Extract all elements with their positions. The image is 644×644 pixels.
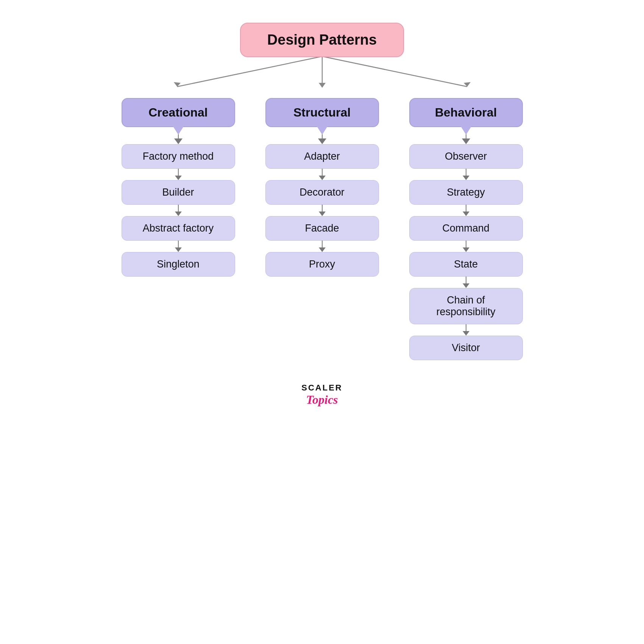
category-structural: Structural xyxy=(265,98,379,127)
child-facade: Facade xyxy=(265,216,379,241)
connector xyxy=(409,324,523,336)
category-behavioral: Behavioral xyxy=(409,98,523,127)
svg-marker-3 xyxy=(319,83,326,88)
child-state: State xyxy=(409,252,523,277)
v-line xyxy=(466,277,466,283)
v-line xyxy=(178,169,179,176)
root-label: Design Patterns xyxy=(267,32,377,48)
arrow-tri xyxy=(319,176,326,180)
child-proxy: Proxy xyxy=(265,252,379,277)
child-strategy: Strategy xyxy=(409,180,523,205)
arrow-tri xyxy=(175,212,182,216)
connector xyxy=(409,169,523,180)
child-abstract-factory: Abstract factory xyxy=(122,216,235,241)
connector xyxy=(122,169,235,180)
category-creational: Creational xyxy=(122,98,235,127)
arrow-tri xyxy=(463,283,469,288)
columns-container: Creational Factory method Builder Abstra… xyxy=(122,98,523,360)
diagram-container: Design Patterns Creational Fa xyxy=(0,0,644,407)
arrow-tri xyxy=(463,176,469,180)
v-line xyxy=(466,324,466,331)
connector xyxy=(122,241,235,252)
connector xyxy=(409,277,523,288)
child-singleton: Singleton xyxy=(122,252,235,277)
connector xyxy=(409,241,523,252)
watermark-scaler: SCALER xyxy=(301,383,342,393)
root-to-columns-lines xyxy=(114,56,530,98)
v-line xyxy=(322,169,323,176)
connector xyxy=(122,205,235,216)
v-line xyxy=(466,205,466,212)
child-decorator: Decorator xyxy=(265,180,379,205)
arrow-tri xyxy=(174,138,182,144)
watermark-topics: Topics xyxy=(306,393,338,407)
arrow-tri xyxy=(462,138,470,144)
arrow-tri xyxy=(319,212,326,216)
v-line xyxy=(178,205,179,212)
connector xyxy=(265,205,379,216)
arrow-tri xyxy=(175,247,182,252)
arrow-tri xyxy=(463,247,469,252)
child-observer: Observer xyxy=(409,144,523,169)
child-visitor: Visitor xyxy=(409,336,523,360)
connector xyxy=(265,241,379,252)
svg-line-0 xyxy=(177,56,322,87)
child-adapter: Adapter xyxy=(265,144,379,169)
root-node: Design Patterns xyxy=(240,23,404,57)
connector xyxy=(265,169,379,180)
v-line xyxy=(322,241,323,247)
v-line xyxy=(322,205,323,212)
watermark: SCALER Topics xyxy=(301,383,342,407)
arrow-tri xyxy=(463,212,469,216)
child-chain-of-responsibility: Chain of responsibility xyxy=(409,288,523,324)
arrow-tri xyxy=(175,176,182,180)
child-factory-method: Factory method xyxy=(122,144,235,169)
v-line xyxy=(466,169,466,176)
v-line xyxy=(466,241,466,247)
arrow-tri xyxy=(319,247,326,252)
column-structural: Structural Adapter Decorator Facade Prox… xyxy=(265,98,379,277)
column-behavioral: Behavioral Observer Strategy Command Sta… xyxy=(409,98,523,360)
arrow-tri xyxy=(318,138,326,144)
svg-line-4 xyxy=(322,56,467,87)
child-builder: Builder xyxy=(122,180,235,205)
column-creational: Creational Factory method Builder Abstra… xyxy=(122,98,235,277)
child-command: Command xyxy=(409,216,523,241)
arrow-tri xyxy=(463,331,469,336)
connector xyxy=(409,205,523,216)
v-line xyxy=(178,241,179,247)
